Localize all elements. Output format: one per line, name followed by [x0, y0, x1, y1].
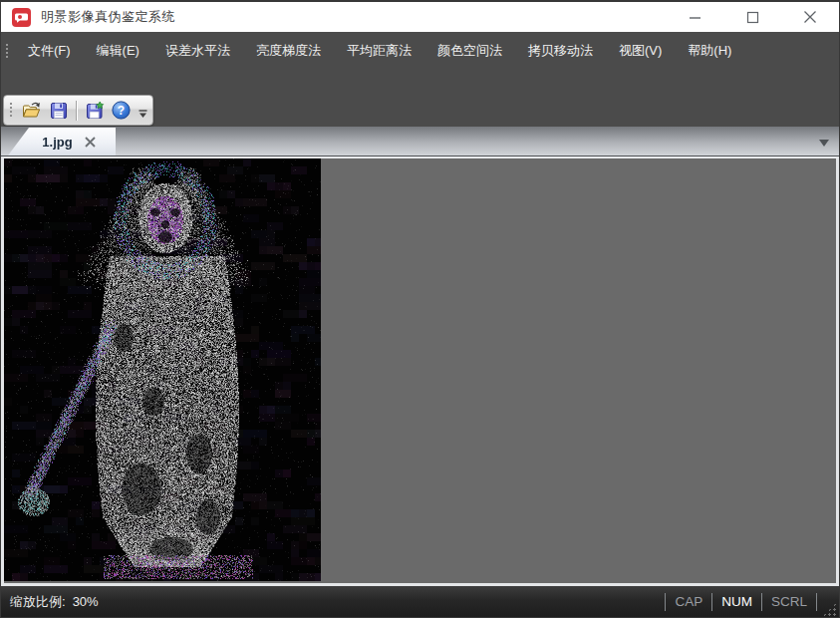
minimize-button[interactable] [666, 2, 723, 32]
open-file-button[interactable] [18, 97, 45, 124]
svg-text:?: ? [118, 104, 125, 118]
app-window: 明景影像真伪鉴定系统 文件(F) 编辑(E) 误差水平法 亮度梯度法 平均距离法… [0, 0, 840, 618]
app-logo-icon [12, 8, 31, 27]
menu-edit[interactable]: 编辑(E) [84, 37, 152, 65]
menu-copy-move[interactable]: 拷贝移动法 [515, 37, 606, 65]
resize-grip[interactable] [822, 602, 837, 617]
help-icon: ? [111, 100, 132, 121]
menu-color-space[interactable]: 颜色空间法 [424, 37, 515, 65]
save-button[interactable] [45, 97, 72, 124]
maximize-icon [746, 11, 759, 24]
window-title: 明景影像真伪鉴定系统 [41, 8, 175, 26]
keyboard-indicators: CAP NUM SCRL [665, 593, 817, 611]
save-as-icon [85, 101, 105, 121]
menu-file[interactable]: 文件(F) [15, 37, 84, 65]
zoom-ratio-label: 缩放比例: [10, 593, 66, 611]
close-icon [803, 10, 817, 24]
toolbar-overflow-button[interactable] [136, 97, 150, 124]
menu-view[interactable]: 视图(V) [606, 37, 675, 65]
close-button[interactable] [781, 2, 839, 32]
maximize-button[interactable] [723, 2, 781, 32]
title-bar: 明景影像真伪鉴定系统 [1, 2, 839, 32]
menu-average-distance[interactable]: 平均距离法 [334, 37, 424, 65]
tab-close-icon [85, 137, 96, 148]
image-workspace[interactable] [1, 156, 839, 586]
menu-luminance-gradient[interactable]: 亮度梯度法 [243, 37, 334, 65]
tab-list-dropdown-icon[interactable] [819, 140, 829, 147]
toolbar-separator [76, 101, 77, 121]
minimize-icon [689, 11, 701, 24]
open-folder-icon [21, 100, 42, 121]
menu-error-level[interactable]: 误差水平法 [152, 37, 243, 65]
tab-close-button[interactable] [84, 135, 98, 149]
tab-label: 1.jpg [42, 135, 72, 150]
menubar-grip[interactable] [5, 43, 9, 58]
help-button[interactable]: ? [108, 97, 135, 124]
tab-1jpg[interactable]: 1.jpg [8, 128, 116, 155]
caps-lock-indicator: CAP [665, 593, 711, 611]
save-as-button[interactable] [81, 97, 108, 124]
window-controls [666, 2, 839, 32]
status-bar: 缩放比例: 30% CAP NUM SCRL [1, 586, 839, 617]
save-icon [49, 101, 69, 121]
scroll-lock-indicator: SCRL [761, 593, 817, 611]
menu-help[interactable]: 帮助(H) [675, 37, 744, 65]
toolbar: ? [3, 95, 153, 126]
analysis-image [4, 158, 321, 581]
zoom-ratio-value: 30% [73, 594, 99, 609]
toolbar-grip[interactable] [9, 102, 13, 119]
tab-bar: 1.jpg [1, 127, 839, 156]
toolbar-overflow-icon [139, 110, 147, 119]
menu-bar: 文件(F) 编辑(E) 误差水平法 亮度梯度法 平均距离法 颜色空间法 拷贝移动… [1, 32, 839, 69]
menu-toolbar-dock: 文件(F) 编辑(E) 误差水平法 亮度梯度法 平均距离法 颜色空间法 拷贝移动… [1, 32, 839, 127]
num-lock-indicator: NUM [711, 593, 761, 611]
